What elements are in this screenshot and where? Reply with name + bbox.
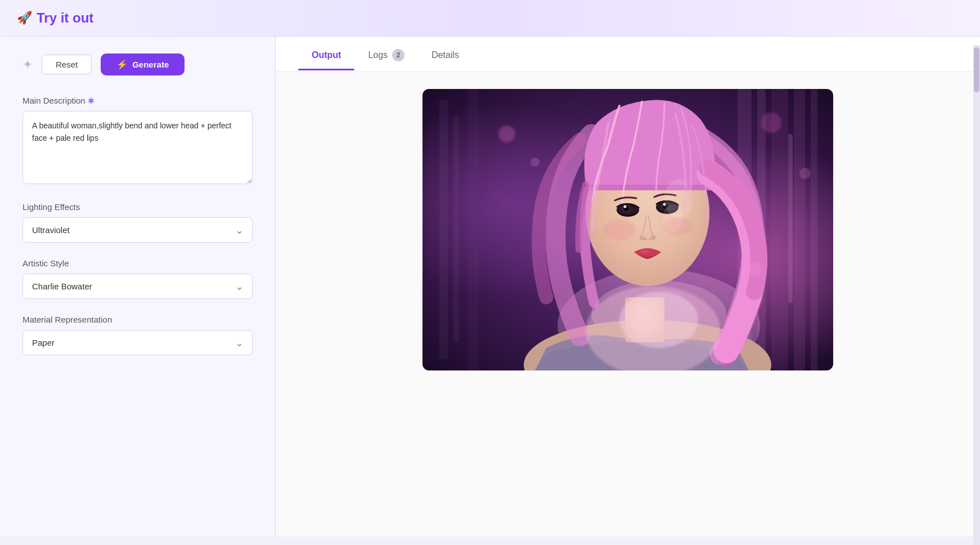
tabs-bar: Output Logs 2 Details xyxy=(276,37,980,72)
lighting-effects-section: Lighting Effects Ultraviolet xyxy=(23,202,253,243)
right-panel: Output Logs 2 Details xyxy=(276,37,980,537)
left-panel: ✦ Reset ⚡ Generate Main Description ✱ A … xyxy=(0,37,276,537)
scrollbar-thumb[interactable] xyxy=(974,47,979,92)
tab-output[interactable]: Output xyxy=(298,38,354,70)
header: 🚀 Try it out xyxy=(0,0,980,37)
panel-toolbar: ✦ Reset ⚡ Generate xyxy=(23,53,253,75)
rocket-icon: 🚀 xyxy=(17,11,32,25)
svg-point-36 xyxy=(498,126,515,142)
artistic-style-section: Artistic Style Charlie Bowater xyxy=(23,258,253,299)
tab-logs-label: Logs xyxy=(368,50,388,60)
generate-button[interactable]: ⚡ Generate xyxy=(101,53,185,75)
svg-rect-7 xyxy=(811,89,817,370)
artistic-style-select-wrapper: Charlie Bowater xyxy=(23,274,253,299)
artistic-style-select[interactable]: Charlie Bowater xyxy=(23,274,253,299)
svg-point-23 xyxy=(624,206,627,208)
header-title-group: 🚀 Try it out xyxy=(17,10,93,26)
tab-logs[interactable]: Logs 2 xyxy=(354,37,418,72)
svg-point-42 xyxy=(619,292,698,348)
svg-point-40 xyxy=(748,262,761,276)
lighting-effects-select-wrapper: Ultraviolet xyxy=(23,217,253,243)
material-representation-select-wrapper: Paper xyxy=(23,330,253,355)
artistic-style-label: Artistic Style xyxy=(23,258,253,268)
svg-point-31 xyxy=(640,250,649,253)
svg-rect-8 xyxy=(788,134,793,303)
main-container: ✦ Reset ⚡ Generate Main Description ✱ A … xyxy=(0,37,980,537)
svg-point-29 xyxy=(640,236,646,240)
output-area xyxy=(276,72,980,537)
material-representation-select[interactable]: Paper xyxy=(23,330,253,355)
main-description-label: Main Description ✱ xyxy=(23,96,253,105)
svg-point-37 xyxy=(531,158,540,167)
required-indicator: ✱ xyxy=(88,96,95,105)
star-icon: ✦ xyxy=(23,57,33,72)
svg-point-38 xyxy=(761,113,781,133)
page-title: Try it out xyxy=(37,10,93,26)
scrollbar[interactable] xyxy=(973,45,980,545)
main-description-input[interactable]: A beautiful woman,slightly bend and lowe… xyxy=(23,111,253,184)
generate-icon: ⚡ xyxy=(116,59,128,70)
svg-point-35 xyxy=(663,204,683,233)
svg-rect-11 xyxy=(467,89,479,370)
svg-point-39 xyxy=(799,168,811,179)
lighting-effects-label: Lighting Effects xyxy=(23,202,253,212)
svg-point-32 xyxy=(604,220,635,240)
svg-rect-6 xyxy=(794,89,805,370)
tab-details-label: Details xyxy=(431,50,459,60)
svg-rect-9 xyxy=(439,100,448,359)
reset-button[interactable]: Reset xyxy=(42,55,92,74)
tab-output-label: Output xyxy=(312,50,341,60)
tab-details[interactable]: Details xyxy=(418,38,473,70)
generate-label: Generate xyxy=(132,60,169,69)
logs-badge: 2 xyxy=(392,49,404,61)
generated-image xyxy=(422,89,833,370)
material-representation-label: Material Representation xyxy=(23,315,253,324)
image-svg xyxy=(422,89,833,370)
lighting-effects-select[interactable]: Ultraviolet xyxy=(23,217,253,243)
material-representation-section: Material Representation Paper xyxy=(23,315,253,355)
main-description-section: Main Description ✱ A beautiful woman,sli… xyxy=(23,96,253,186)
svg-rect-10 xyxy=(453,117,459,342)
svg-point-30 xyxy=(650,235,657,240)
